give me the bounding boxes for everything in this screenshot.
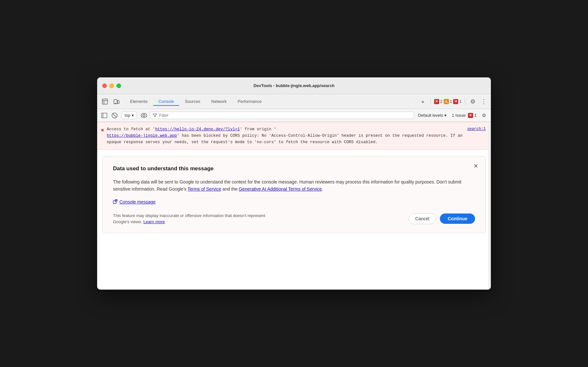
filter-box[interactable] bbox=[150, 112, 414, 119]
top-label: top bbox=[125, 113, 130, 118]
console-error-row: ✖ Access to fetch at 'https://hello-io-2… bbox=[97, 122, 491, 150]
origin-url-link[interactable]: https://bubble-jingle.web.app bbox=[107, 134, 177, 138]
warning-badge-icon: ⚠ bbox=[444, 99, 449, 104]
toolbar-right: Default levels ▾ 1 Issue: ✕ 1 ⚙ bbox=[415, 111, 488, 120]
console-error-text: Access to fetch at 'https://hello-io-24.… bbox=[107, 126, 465, 145]
issue-icon: ✕ bbox=[468, 113, 473, 118]
fetch-url-link[interactable]: https://hello-io-24.deno.dev/?lvl=1 bbox=[155, 127, 240, 132]
warning-count: 1 bbox=[450, 99, 452, 104]
error-text-middle: ' from origin ' bbox=[240, 127, 276, 132]
filter-input[interactable] bbox=[159, 113, 411, 118]
console-settings-button[interactable]: ⚙ bbox=[479, 111, 488, 120]
badge-group: ✕ 2 ⚠ 1 ✕ 1 bbox=[434, 99, 461, 104]
dialog-close-button[interactable]: ✕ bbox=[471, 162, 480, 171]
title-bar: DevTools - bubble-jingle.web.app/search bbox=[97, 77, 491, 94]
dialog-tos-middle: and the bbox=[221, 186, 239, 192]
top-chevron-icon: ▾ bbox=[132, 113, 134, 118]
default-levels-label: Default levels bbox=[418, 113, 443, 118]
console-toolbar: top ▾ Default levels ▾ 1 Issue: ✕ 1 bbox=[97, 109, 491, 122]
issue-label: 1 Issue: bbox=[452, 113, 467, 118]
ai-tos-link[interactable]: Generative AI Additional Terms of Servic… bbox=[239, 186, 322, 192]
more-tabs-button[interactable]: » bbox=[418, 97, 427, 106]
tab-network[interactable]: Network bbox=[206, 97, 232, 106]
info-count: 1 bbox=[459, 99, 461, 104]
error-badge-icon: ✕ bbox=[434, 99, 439, 104]
continue-button[interactable]: Continue bbox=[440, 213, 475, 224]
window-title: DevTools - bubble-jingle.web.app/search bbox=[253, 83, 334, 88]
filter-icon bbox=[153, 113, 157, 118]
svg-rect-0 bbox=[102, 99, 107, 104]
eye-button[interactable] bbox=[139, 111, 148, 120]
svg-point-10 bbox=[141, 113, 147, 117]
clear-console-button[interactable] bbox=[110, 111, 119, 120]
devtools-settings-button[interactable]: ⚙ bbox=[468, 97, 477, 106]
console-content: ✖ Access to fetch at 'https://hello-io-2… bbox=[97, 122, 491, 290]
learn-more-link[interactable]: Learn more bbox=[143, 219, 165, 224]
issue-badge: 1 Issue: ✕ 1 bbox=[452, 113, 477, 118]
dialog-buttons: Cancel Continue bbox=[409, 213, 475, 224]
devtools-more-button[interactable]: ⋮ bbox=[479, 97, 488, 106]
issue-count: 1 bbox=[474, 113, 477, 118]
svg-line-9 bbox=[113, 113, 117, 117]
scrollbar[interactable] bbox=[488, 122, 491, 290]
tab-console[interactable]: Console bbox=[153, 97, 179, 106]
source-link[interactable]: search:1 bbox=[467, 126, 486, 132]
footer-text: This feature may display inaccurate or o… bbox=[113, 213, 265, 224]
svg-rect-4 bbox=[117, 101, 119, 104]
svg-rect-6 bbox=[102, 113, 107, 118]
devtools-window: DevTools - bubble-jingle.web.app/search … bbox=[97, 77, 491, 290]
console-message-link[interactable]: Console message bbox=[119, 199, 156, 204]
error-icon: ✖ bbox=[101, 127, 104, 135]
levels-chevron-icon: ▾ bbox=[444, 113, 447, 118]
device-toggle-button[interactable] bbox=[111, 96, 122, 107]
tab-elements[interactable]: Elements bbox=[125, 97, 153, 106]
dialog-footer: This feature may display inaccurate or o… bbox=[113, 213, 475, 225]
warning-badge: ⚠ 1 bbox=[444, 99, 452, 104]
inspect-icon-button[interactable] bbox=[100, 96, 110, 107]
svg-point-11 bbox=[143, 114, 145, 116]
dialog-title: Data used to understand this message bbox=[113, 165, 475, 172]
error-text-before: Access to fetch at ' bbox=[107, 127, 155, 132]
separator-1 bbox=[431, 98, 431, 105]
separator-2 bbox=[465, 98, 465, 105]
tos-link[interactable]: Terms of Service bbox=[188, 186, 221, 192]
error-badge: ✕ 2 bbox=[434, 99, 442, 104]
traffic-lights bbox=[102, 84, 121, 88]
external-link-icon bbox=[113, 199, 117, 205]
top-frame-selector[interactable]: top ▾ bbox=[122, 112, 137, 119]
minimize-button[interactable] bbox=[109, 84, 114, 88]
dialog-tos-end: . bbox=[322, 186, 323, 192]
tab-performance[interactable]: Performance bbox=[232, 97, 267, 106]
dialog-card: ✕ Data used to understand this message T… bbox=[102, 156, 486, 233]
dialog-body: The following data will be sent to Googl… bbox=[113, 178, 475, 193]
tab-sources[interactable]: Sources bbox=[180, 97, 206, 106]
tab-bar-left-icons bbox=[100, 96, 122, 107]
console-sidebar-button[interactable] bbox=[100, 111, 109, 120]
cancel-button[interactable]: Cancel bbox=[409, 213, 436, 224]
info-badge: ✕ 1 bbox=[453, 99, 461, 104]
tab-bar: Elements Console Sources Network Perform… bbox=[97, 94, 491, 109]
tab-bar-right: » ✕ 2 ⚠ 1 ✕ 1 ⚙ ⋮ bbox=[418, 97, 488, 106]
close-button[interactable] bbox=[102, 84, 107, 88]
dialog-footer-text: This feature may display inaccurate or o… bbox=[113, 213, 268, 225]
dialog-link-row: Console message bbox=[113, 199, 475, 205]
levels-selector[interactable]: Default levels ▾ bbox=[415, 112, 449, 119]
maximize-button[interactable] bbox=[117, 84, 121, 88]
error-count: 2 bbox=[440, 99, 442, 104]
info-badge-icon: ✕ bbox=[453, 99, 458, 104]
